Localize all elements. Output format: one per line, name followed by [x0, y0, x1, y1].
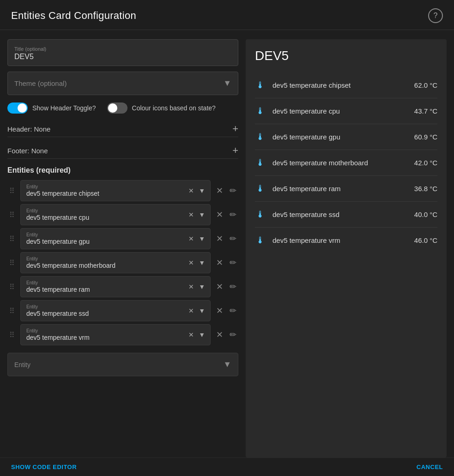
entity-delete-button-1[interactable]: ✕: [214, 208, 225, 222]
entity-action-btns-6: ✕ ✏: [214, 328, 238, 342]
entity-field-value-5: dev5 temperature ssd: [26, 310, 205, 317]
show-header-toggle[interactable]: [7, 102, 28, 114]
header-label: Header: None: [7, 125, 50, 133]
entity-field-4[interactable]: Entity dev5 temperature ram ✕ ▼: [20, 276, 211, 297]
drag-handle-icon[interactable]: ⠿: [7, 329, 17, 341]
entity-field-value-4: dev5 temperature ram: [26, 286, 205, 293]
entity-action-btns-2: ✕ ✏: [214, 232, 238, 246]
entity-field-controls-1: ✕ ▼: [187, 210, 206, 219]
preview-item: 🌡 dev5 temperature vrm 46.0 °C: [255, 228, 437, 253]
add-footer-button[interactable]: +: [232, 145, 238, 156]
preview-list: 🌡 dev5 temperature chipset 62.0 °C 🌡 dev…: [255, 72, 437, 253]
preview-item-name: dev5 temperature motherboard: [272, 159, 408, 167]
entity-field-5[interactable]: Entity dev5 temperature ssd ✕ ▼: [20, 300, 211, 321]
entity-edit-button-2[interactable]: ✏: [228, 232, 238, 246]
entity-row: ⠿ Entity dev5 temperature motherboard ✕ …: [7, 252, 238, 273]
entity-clear-button-1[interactable]: ✕: [187, 210, 195, 219]
entity-delete-button-6[interactable]: ✕: [214, 328, 225, 342]
cancel-button[interactable]: CANCEL: [417, 464, 443, 470]
entity-row: ⠿ Entity dev5 temperature gpu ✕ ▼ ✕ ✏: [7, 228, 238, 249]
entities-list: ⠿ Entity dev5 temperature chipset ✕ ▼ ✕ …: [7, 180, 238, 345]
entity-field-6[interactable]: Entity dev5 temperature vrm ✕ ▼: [20, 324, 211, 345]
entity-edit-button-3[interactable]: ✏: [228, 256, 238, 270]
entity-field-controls-5: ✕ ▼: [187, 306, 206, 315]
preview-item: 🌡 dev5 temperature ram 36.8 °C: [255, 176, 437, 202]
add-entity-label: Entity: [14, 361, 30, 368]
entity-field-label-0: Entity: [26, 184, 205, 189]
drag-handle-icon[interactable]: ⠿: [7, 233, 17, 245]
entity-delete-button-5[interactable]: ✕: [214, 304, 225, 318]
entity-dropdown-button-4[interactable]: ▼: [197, 282, 206, 291]
thermometer-icon: 🌡: [255, 235, 266, 246]
preview-item-value: 40.0 °C: [414, 211, 437, 218]
drag-handle-icon[interactable]: ⠿: [7, 209, 17, 221]
preview-item-value: 60.9 °C: [414, 133, 437, 141]
theme-field[interactable]: Theme (optional) ▼: [7, 72, 238, 95]
entity-edit-button-1[interactable]: ✏: [228, 208, 238, 222]
add-entity-chevron-icon: ▼: [223, 360, 231, 369]
entity-edit-button-5[interactable]: ✏: [228, 304, 238, 318]
entity-clear-button-5[interactable]: ✕: [187, 306, 195, 315]
entity-clear-button-3[interactable]: ✕: [187, 258, 195, 267]
entity-field-label-3: Entity: [26, 256, 205, 261]
entity-field-2[interactable]: Entity dev5 temperature gpu ✕ ▼: [20, 228, 211, 249]
dialog: Entities Card Configuration ? Title (opt…: [0, 0, 454, 476]
theme-field-label: Theme (optional): [14, 79, 67, 87]
entity-field-3[interactable]: Entity dev5 temperature motherboard ✕ ▼: [20, 252, 211, 273]
drag-handle-icon[interactable]: ⠿: [7, 185, 17, 197]
dialog-footer: SHOW CODE EDITOR CANCEL: [0, 458, 454, 476]
entity-action-btns-1: ✕ ✏: [214, 208, 238, 222]
entity-edit-button-6[interactable]: ✏: [228, 328, 238, 342]
entities-title: Entities (required): [7, 166, 238, 175]
preview-item-name: dev5 temperature vrm: [272, 236, 408, 244]
drag-handle-icon[interactable]: ⠿: [7, 281, 17, 293]
entity-row: ⠿ Entity dev5 temperature vrm ✕ ▼ ✕ ✏: [7, 324, 238, 345]
drag-handle-icon[interactable]: ⠿: [7, 305, 17, 317]
footer-row: Footer: None +: [7, 143, 238, 159]
thermometer-icon: 🌡: [255, 106, 266, 116]
entity-field-controls-4: ✕ ▼: [187, 282, 206, 291]
show-header-toggle-label: Show Header Toggle?: [32, 104, 96, 112]
entity-delete-button-3[interactable]: ✕: [214, 256, 225, 270]
entity-dropdown-button-0[interactable]: ▼: [197, 186, 206, 195]
entity-clear-button-0[interactable]: ✕: [187, 186, 195, 195]
entity-dropdown-button-5[interactable]: ▼: [197, 306, 206, 315]
entity-field-1[interactable]: Entity dev5 temperature cpu ✕ ▼: [20, 204, 211, 225]
entity-field-value-0: dev5 temperature chipset: [26, 190, 205, 197]
preview-item: 🌡 dev5 temperature gpu 60.9 °C: [255, 124, 437, 150]
preview-title: DEV5: [255, 48, 437, 63]
entity-delete-button-2[interactable]: ✕: [214, 232, 225, 246]
right-panel: DEV5 🌡 dev5 temperature chipset 62.0 °C …: [246, 39, 447, 458]
entity-clear-button-2[interactable]: ✕: [187, 234, 195, 243]
preview-item: 🌡 dev5 temperature motherboard 42.0 °C: [255, 150, 437, 176]
entity-dropdown-button-2[interactable]: ▼: [197, 234, 206, 243]
add-entity-field[interactable]: Entity ▼: [7, 353, 238, 376]
entity-delete-button-0[interactable]: ✕: [214, 184, 225, 198]
title-field[interactable]: Title (optional) DEV5: [7, 39, 238, 66]
preview-item-name: dev5 temperature ssd: [272, 211, 408, 218]
entity-edit-button-4[interactable]: ✏: [228, 280, 238, 294]
footer-label: Footer: None: [7, 147, 48, 155]
help-button[interactable]: ?: [428, 8, 443, 23]
entity-field-0[interactable]: Entity dev5 temperature chipset ✕ ▼: [20, 180, 211, 201]
entity-action-btns-4: ✕ ✏: [214, 280, 238, 294]
drag-handle-icon[interactable]: ⠿: [7, 257, 17, 269]
show-code-editor-button[interactable]: SHOW CODE EDITOR: [11, 464, 77, 470]
entity-dropdown-button-6[interactable]: ▼: [197, 330, 206, 339]
thermometer-icon: 🌡: [255, 157, 266, 168]
entity-clear-button-6[interactable]: ✕: [187, 330, 195, 339]
colour-icons-toggle[interactable]: [107, 102, 127, 114]
show-header-toggle-group: Show Header Toggle?: [7, 102, 96, 114]
title-field-value: DEV5: [14, 53, 34, 60]
entity-dropdown-button-3[interactable]: ▼: [197, 258, 206, 267]
entity-action-btns-5: ✕ ✏: [214, 304, 238, 318]
entity-clear-button-4[interactable]: ✕: [187, 282, 195, 291]
thermometer-icon: 🌡: [255, 80, 266, 90]
entity-dropdown-button-1[interactable]: ▼: [197, 210, 206, 219]
entity-edit-button-0[interactable]: ✏: [228, 184, 238, 198]
dialog-title: Entities Card Configuration: [11, 10, 136, 22]
preview-item: 🌡 dev5 temperature cpu 43.7 °C: [255, 98, 437, 124]
add-header-button[interactable]: +: [232, 124, 238, 134]
entity-row: ⠿ Entity dev5 temperature chipset ✕ ▼ ✕ …: [7, 180, 238, 201]
entity-delete-button-4[interactable]: ✕: [214, 280, 225, 294]
